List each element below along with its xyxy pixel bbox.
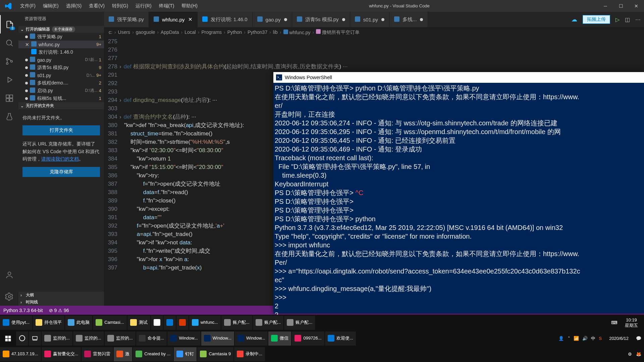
open-editor-item[interactable]: 棕榈5s 短线...1 — [18, 95, 104, 102]
taskbar-item[interactable]: whfunc... — [189, 316, 221, 330]
breadcrumb-item[interactable]: lib — [273, 29, 278, 35]
taskbar-item[interactable]: Window... — [201, 331, 234, 346]
extensions-icon[interactable] — [0, 89, 18, 107]
taskbar-item[interactable]: 账户配... — [221, 316, 252, 330]
breadcrumb-item[interactable]: Programs — [201, 29, 222, 35]
taskbar-item[interactable]: 监控的... — [105, 331, 136, 346]
notifications-icon[interactable]: 💬 — [636, 336, 641, 341]
taskbar-item[interactable]: 持仓强平 — [33, 316, 64, 330]
open-editor-item[interactable]: 沥青5s 模拟.py9 — [18, 64, 104, 71]
powershell-titlebar[interactable]: >_ Windows PowerShell — [273, 72, 644, 83]
taskbar-item[interactable]: 47.103.7.19... — [0, 347, 41, 361]
tray-up-icon[interactable]: ˄ — [568, 336, 570, 341]
open-editor-item[interactable]: 强平策略.py1 — [18, 33, 104, 41]
upload-button[interactable]: 拓频上传 — [583, 15, 610, 24]
people-tray-icon[interactable]: 👤 — [558, 336, 564, 341]
taskbar-item[interactable]: Window... — [235, 331, 268, 346]
accounts-icon[interactable] — [0, 265, 18, 284]
breadcrumb[interactable]: c:›Users›gaoguole›AppData›Local›Programs… — [104, 27, 644, 37]
run-icon[interactable]: ▷ — [615, 16, 620, 23]
taskbar-item[interactable]: 雷努闪雷 — [82, 347, 113, 361]
menu-item[interactable]: 终端(T) — [156, 2, 178, 10]
taskbar-item[interactable]: 此电脑 — [65, 316, 92, 330]
taskbar-item[interactable]: 赢智量化交... — [42, 347, 81, 361]
open-editor-item[interactable]: 多线程demo....2 — [18, 79, 104, 87]
menu-item[interactable]: 转到(G) — [109, 2, 131, 10]
editor-tab[interactable]: 多线... — [389, 12, 428, 27]
taskbar-item[interactable]: 监控的... — [42, 331, 72, 346]
open-folder-button[interactable]: 打开文件夹 — [22, 125, 100, 135]
menu-item[interactable]: 查看(V) — [86, 2, 108, 10]
breadcrumb-item[interactable]: Python37 — [248, 29, 267, 35]
sogou-icon[interactable]: S — [599, 336, 602, 341]
taskbar-item[interactable] — [164, 316, 176, 330]
keyboard-tray-icon[interactable]: ⌨ — [611, 320, 618, 325]
menu-item[interactable]: 帮助(H) — [178, 2, 201, 10]
outline-header[interactable]: ›大纲 — [18, 292, 104, 299]
editor-tab[interactable]: 沥青5s 模拟.py — [292, 12, 350, 27]
open-editors-header[interactable]: ⌄ 打开的编辑器 8 个未保存 — [18, 26, 104, 33]
powershell-window[interactable]: >_ Windows PowerShell PS D:\策略管理\持仓强平> p… — [273, 72, 644, 313]
breadcrumb-item[interactable]: Python — [227, 29, 242, 35]
editor-tab[interactable]: whfunc.py✕ — [149, 12, 198, 27]
breadcrumb-item[interactable]: gaoguole — [136, 29, 155, 35]
close-icon[interactable]: ✕ — [188, 16, 193, 22]
open-editor-item[interactable]: ✕whfunc.py9+ — [18, 41, 104, 48]
problems-count[interactable]: ⊘ 9 ⚠ 96 — [49, 308, 69, 313]
maximize-button[interactable]: ☐ — [613, 0, 629, 12]
docs-link[interactable]: 请阅读我们的文档 — [41, 156, 79, 162]
taskbar-item[interactable]: 使用pyt... — [0, 316, 32, 330]
wifi-icon[interactable]: 📶 — [574, 336, 579, 341]
taskbar-item[interactable]: 录制中... — [234, 347, 265, 361]
open-editor-item[interactable]: gao.pyD:\新...1 — [18, 56, 104, 64]
taskbar-item[interactable]: Window... — [167, 331, 200, 346]
source-control-icon[interactable] — [0, 52, 18, 70]
open-editor-item[interactable]: 启动.pyD:\透...4 — [18, 87, 104, 95]
taskbar-item[interactable]: 账户配... — [284, 316, 315, 330]
clock[interactable]: 10:19 星期五 — [622, 317, 641, 328]
taskbar-item[interactable]: 激 — [114, 347, 132, 361]
editor-tab[interactable]: 强平策略.py — [104, 12, 149, 27]
taskbar-item[interactable]: 微信 — [268, 331, 291, 346]
taskbar-item[interactable] — [176, 316, 189, 330]
breadcrumb-item[interactable]: AppData — [161, 29, 179, 35]
breadcrumb-item[interactable]: c: — [109, 29, 112, 35]
start-button[interactable] — [0, 330, 16, 346]
open-editor-item[interactable]: s01.pyD:\...9+ — [18, 71, 104, 79]
explorer-icon[interactable]: 8 — [0, 15, 18, 34]
taskbar-item[interactable]: 099726... — [292, 331, 324, 346]
breadcrumb-item[interactable]: 撤销所有平空订单 — [316, 29, 360, 36]
run-debug-icon[interactable] — [0, 70, 18, 89]
no-folder-header[interactable]: ⌄ 无打开的文件夹 — [18, 102, 104, 109]
taskbar-item[interactable]: Camtasia 9 — [197, 347, 233, 361]
search-icon[interactable] — [0, 34, 18, 52]
more-icon[interactable]: ⋯ — [635, 16, 641, 23]
minimize-button[interactable]: ─ — [598, 0, 613, 12]
taskbar-item[interactable]: 账户配... — [253, 316, 284, 330]
editor-tab[interactable]: s01.py — [350, 12, 389, 27]
taskbar-item[interactable]: 欢迎使... — [325, 331, 356, 346]
python-version[interactable]: Python 3.7.3 64-bit — [3, 308, 43, 313]
test-icon[interactable] — [0, 107, 18, 126]
breadcrumb-item[interactable]: Local — [184, 29, 196, 35]
close-icon[interactable]: ✕ — [25, 42, 30, 47]
breadcrumb-item[interactable]: Users — [118, 29, 130, 35]
taskbar-item[interactable]: Camtasi... — [93, 316, 127, 330]
settings-icon[interactable] — [0, 287, 18, 306]
clone-repo-button[interactable]: 克隆存储库 — [22, 167, 100, 177]
taskbar-item[interactable]: 命令提... — [136, 331, 167, 346]
taskbar-item[interactable] — [151, 316, 163, 330]
editor-tab[interactable]: 发行说明: 1.46.0 — [198, 12, 253, 27]
powershell-output[interactable]: PS D:\策略管理\持仓强平> python D:\策略管理\持仓强平\强平策… — [273, 83, 644, 329]
timeline-header[interactable]: ›时间线 — [18, 299, 104, 306]
menu-item[interactable]: 文件(F) — [17, 2, 39, 10]
taskbar-item[interactable]: Created by ... — [133, 347, 173, 361]
menu-item[interactable]: 运行(R) — [132, 2, 155, 10]
cortana-button[interactable] — [16, 331, 28, 346]
tray-app-icon[interactable]: 🦊 — [636, 352, 641, 357]
clock-date[interactable]: 2020/6/12 — [606, 336, 632, 341]
menu-item[interactable]: 选择(S) — [63, 2, 85, 10]
split-editor-icon[interactable]: ◫ — [625, 16, 630, 23]
task-view-button[interactable] — [29, 331, 41, 346]
taskbar-item[interactable]: 测试 — [127, 316, 150, 330]
